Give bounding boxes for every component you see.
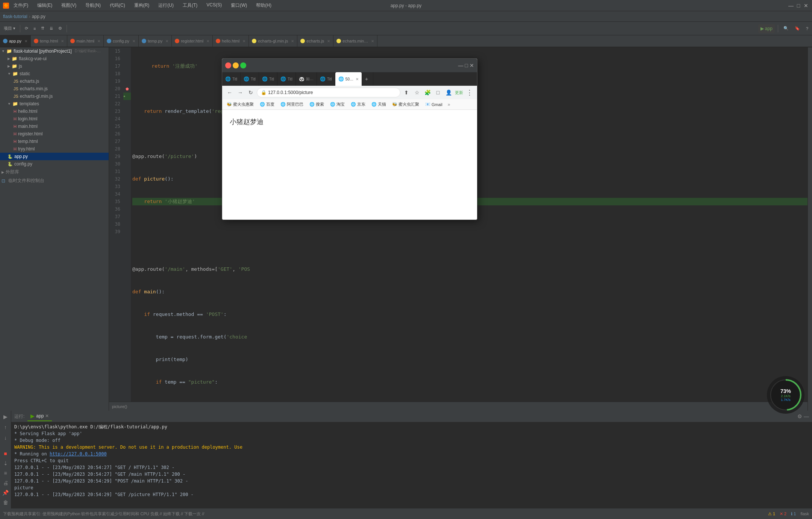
bookmark-alibaba[interactable]: 🌐 阿里巴巴 bbox=[278, 101, 306, 108]
user-button[interactable]: 👤 bbox=[444, 88, 453, 97]
tab-main-html-close[interactable]: ✕ bbox=[97, 39, 100, 43]
search-button[interactable]: 🔍 bbox=[781, 24, 791, 33]
project-name[interactable]: flask-tutorial bbox=[3, 14, 27, 19]
tab-app-py-close[interactable]: ✕ bbox=[24, 39, 27, 43]
browser-minimize-btn[interactable] bbox=[233, 62, 239, 68]
tab-echarts-js-close[interactable]: ✕ bbox=[327, 39, 330, 43]
menu-vcs[interactable]: VCS(S) bbox=[205, 2, 223, 9]
sidebar-item-temp-html[interactable]: H temp.html bbox=[0, 138, 109, 145]
more-bookmarks-icon[interactable]: » bbox=[448, 102, 450, 107]
tab-register-html[interactable]: register.html ✕ bbox=[172, 35, 213, 47]
browser-tab-7[interactable]: 🌐 50… ✕ bbox=[335, 72, 362, 86]
sidebar-project-root[interactable]: ▼ 📁 flask-tutorial [pythonProject1] D:\编… bbox=[0, 47, 109, 55]
browser-tab-new[interactable]: + bbox=[362, 72, 373, 86]
close-button[interactable]: ✕ bbox=[803, 3, 809, 9]
bookmark-search[interactable]: 🌐 搜索 bbox=[307, 101, 326, 108]
sidebar-item-register[interactable]: H register.html bbox=[0, 130, 109, 138]
tab-hello-html-close[interactable]: ✕ bbox=[242, 39, 245, 43]
stop-icon[interactable]: ■ bbox=[1, 449, 10, 458]
menu-view[interactable]: 视图(V) bbox=[60, 2, 78, 9]
sidebar-item-js[interactable]: ▶ 📁 js bbox=[0, 62, 109, 70]
browser-tab-1[interactable]: 🌐 Titl bbox=[222, 72, 241, 86]
project-button[interactable]: 项目 ▾ bbox=[2, 24, 18, 33]
browser-restore-icon[interactable]: □ bbox=[465, 62, 468, 68]
tab-temp-py-close[interactable]: ✕ bbox=[165, 39, 168, 43]
app-run-button[interactable]: ▶ app bbox=[758, 24, 775, 33]
minimize-button[interactable]: — bbox=[788, 3, 794, 9]
tab-app-py[interactable]: app.py ✕ bbox=[0, 35, 31, 47]
tab-config-py[interactable]: config.py ✕ bbox=[104, 35, 139, 47]
settings-icon[interactable]: ⚙ bbox=[797, 413, 802, 419]
browser-min-icon[interactable]: — bbox=[458, 62, 464, 68]
sidebar-item-echarts-gl[interactable]: JS echarts-gl.min.js bbox=[0, 93, 109, 100]
update-button[interactable]: 更新 bbox=[454, 88, 464, 97]
close-panel-icon[interactable]: — bbox=[804, 413, 809, 419]
sidebar-item-main-html[interactable]: H main.html bbox=[0, 123, 109, 130]
browser-tab-3[interactable]: 🌐 Titl bbox=[259, 72, 277, 86]
bookmark-baidu[interactable]: 🌐 百度 bbox=[258, 101, 277, 108]
maximize-button[interactable]: □ bbox=[795, 3, 801, 9]
sidebar-item-static[interactable]: ▼ 📁 static bbox=[0, 70, 109, 77]
browser-tab-7-close[interactable]: ✕ bbox=[356, 77, 359, 81]
down-icon[interactable]: ↓ bbox=[1, 433, 10, 442]
tab-echarts-min[interactable]: echarts.min… ✕ bbox=[333, 35, 377, 47]
bookmark-gmail[interactable]: 📧 Gmail bbox=[423, 101, 445, 108]
bookmark-taobao[interactable]: 🌐 淘宝 bbox=[328, 101, 347, 108]
run-icon[interactable]: ▶ bbox=[1, 412, 10, 421]
filter-icon[interactable]: ≡ bbox=[1, 469, 10, 478]
sync-button[interactable]: ⟳ bbox=[23, 24, 30, 33]
sort-button[interactable]: ≡ bbox=[31, 24, 38, 33]
back-button[interactable]: ← bbox=[225, 88, 234, 97]
menu-dots-button[interactable]: ⋮ bbox=[465, 88, 474, 97]
run-tab-close[interactable]: ✕ bbox=[45, 413, 49, 419]
settings-button[interactable]: ⚙ bbox=[56, 24, 64, 33]
menu-code[interactable]: 代码(C) bbox=[108, 2, 127, 9]
browser-maximize-btn[interactable] bbox=[240, 62, 246, 68]
menu-help[interactable]: 帮助(H) bbox=[255, 2, 273, 9]
up-icon[interactable]: ↑ bbox=[1, 423, 10, 432]
sidebar-item-config-py[interactable]: 🐍 config.py bbox=[0, 160, 109, 168]
bookmark-honeybee[interactable]: 🐝 蜜火虫惠聚 bbox=[224, 101, 256, 108]
bookmark-jd[interactable]: 🌐 京东 bbox=[348, 101, 368, 108]
menu-tools[interactable]: 工具(T) bbox=[181, 2, 199, 9]
sidebar-item-external[interactable]: ▶ 外部库 bbox=[0, 168, 109, 176]
tab-main-html[interactable]: main.html ✕ bbox=[67, 35, 104, 47]
run-tab-app[interactable]: ▶ app ✕ bbox=[27, 411, 52, 421]
print-icon[interactable]: 🖨 bbox=[1, 478, 10, 487]
bookmark-button[interactable]: 🔖 bbox=[792, 24, 802, 33]
browser-close-btn[interactable] bbox=[225, 62, 231, 68]
tab-temp-html[interactable]: temp.html ✕ bbox=[31, 35, 67, 47]
refresh-button[interactable]: ↻ bbox=[246, 88, 255, 97]
console-url-link[interactable]: http://127.0.0.1:5000 bbox=[50, 451, 107, 457]
editor-scrollbar[interactable] bbox=[807, 47, 812, 411]
tab-register-html-close[interactable]: ✕ bbox=[206, 39, 209, 43]
menu-refactor[interactable]: 重构(R) bbox=[133, 2, 151, 9]
menu-navigate[interactable]: 导航(N) bbox=[84, 2, 102, 9]
extension-button[interactable]: 🧩 bbox=[423, 88, 432, 97]
sidebar-item-app-py[interactable]: 🐍 app.py bbox=[0, 153, 109, 160]
sidebar-item-tryy[interactable]: H tryy.html bbox=[0, 145, 109, 153]
scroll-icon[interactable]: ⇣ bbox=[1, 459, 10, 468]
tab-temp-py[interactable]: temp.py ✕ bbox=[139, 35, 172, 47]
pin-icon[interactable]: 📌 bbox=[1, 488, 10, 497]
menu-edit[interactable]: 编辑(E) bbox=[36, 2, 54, 9]
menu-run[interactable]: 运行(U) bbox=[157, 2, 175, 9]
tab-echarts-gl[interactable]: echarts-gl.min.js ✕ bbox=[249, 35, 297, 47]
tab-hello-html[interactable]: hello.html ✕ bbox=[213, 35, 249, 47]
menu-window[interactable]: 窗口(W) bbox=[229, 2, 248, 9]
tab-echarts-gl-close[interactable]: ✕ bbox=[291, 39, 294, 43]
sidebar-item-echarts-min[interactable]: JS echarts.min.js bbox=[0, 85, 109, 93]
sidebar-item-login[interactable]: H login.html bbox=[0, 115, 109, 123]
sidebar-item-hello[interactable]: H hello.html bbox=[0, 108, 109, 115]
tab-echarts-js[interactable]: echarts.js ✕ bbox=[297, 35, 333, 47]
sidebar-item-temp-files[interactable]: ⊡ 临时文件和控制台 bbox=[0, 176, 109, 185]
tab-config-py-close[interactable]: ✕ bbox=[132, 39, 135, 43]
share-button[interactable]: ⬆ bbox=[402, 88, 411, 97]
address-bar[interactable]: 🔒 127.0.0.1:5000/picture bbox=[257, 88, 400, 97]
sidebar-item-flaskcg[interactable]: ▶ 📁 flaskcg-vue-ui bbox=[0, 55, 109, 62]
forward-button[interactable]: → bbox=[236, 88, 245, 97]
sidebar-item-templates[interactable]: ▼ 📁 templates bbox=[0, 100, 109, 108]
browser-tab-6[interactable]: 🌐 Titl bbox=[317, 72, 335, 86]
bookmark-honeybee2[interactable]: 🐝 蜜火虫汇聚 bbox=[390, 101, 421, 108]
menu-file[interactable]: 文件(F) bbox=[12, 2, 30, 9]
